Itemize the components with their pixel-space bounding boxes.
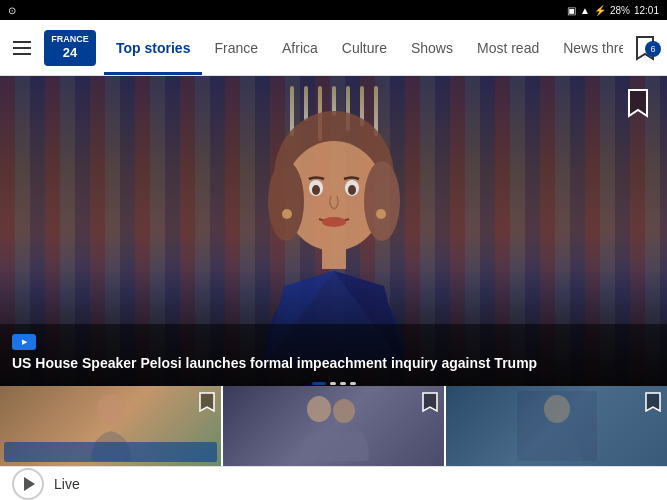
hero-image: US House Speaker Pelosi launches formal … (0, 76, 667, 386)
bookmark-thumb1-icon (199, 392, 215, 412)
thumbnail-2[interactable] (223, 386, 444, 466)
video-camera-icon (12, 334, 36, 350)
logo-line1: FRANCE (51, 34, 89, 44)
status-bar-right: ▣ ▲ ⚡ 28% 12:01 (567, 5, 659, 16)
svg-point-10 (282, 209, 292, 219)
svg-point-11 (376, 209, 386, 219)
navigation-tabs: Top stories France Africa Culture Shows … (104, 20, 623, 75)
play-icon (24, 477, 35, 491)
svg-point-14 (333, 399, 355, 423)
svg-point-6 (312, 185, 320, 195)
bottom-bar: Live (0, 466, 667, 500)
tab-culture[interactable]: Culture (330, 20, 399, 75)
tab-most-read[interactable]: Most read (465, 20, 551, 75)
bookmark-hero-icon (627, 88, 649, 118)
thumbnail-3[interactable] (446, 386, 667, 466)
thumb3-image (517, 391, 597, 461)
thumbnail-row (0, 386, 667, 466)
thumb1-overlay (4, 442, 217, 462)
thumb3-bookmark[interactable] (645, 392, 661, 416)
thumb2-image (294, 391, 374, 461)
bookmark-thumb2-icon (422, 392, 438, 412)
svg-point-12 (97, 394, 125, 424)
tab-news-thread[interactable]: News thread (551, 20, 623, 75)
hero-bookmark-button[interactable] (627, 88, 655, 124)
time-text: 12:01 (634, 5, 659, 16)
battery-text: 28% (610, 5, 630, 16)
dot-1 (312, 382, 326, 385)
dot-2 (330, 382, 336, 385)
bookmark-thumb3-icon (645, 392, 661, 412)
hero-headline-area: US House Speaker Pelosi launches formal … (0, 324, 667, 386)
bookmark-badge: 6 (645, 41, 661, 57)
status-bar: ⊙ ▣ ▲ ⚡ 28% 12:01 (0, 0, 667, 20)
tab-africa[interactable]: Africa (270, 20, 330, 75)
svg-point-7 (348, 185, 356, 195)
hamburger-button[interactable] (0, 41, 44, 55)
tab-top-stories[interactable]: Top stories (104, 20, 202, 75)
header-bookmark[interactable]: 6 (623, 35, 667, 61)
live-play-button[interactable] (12, 468, 44, 500)
tab-france[interactable]: France (202, 20, 270, 75)
header: FRANCE 24 Top stories France Africa Cult… (0, 20, 667, 76)
charging-icon: ⚡ (594, 5, 606, 16)
dot-3 (340, 382, 346, 385)
thumbnail-1[interactable] (0, 386, 221, 466)
svg-point-13 (307, 396, 331, 422)
svg-point-2 (268, 161, 304, 241)
hero-headline-text: US House Speaker Pelosi launches formal … (12, 354, 655, 374)
france24-logo[interactable]: FRANCE 24 (44, 30, 96, 66)
hamburger-icon (13, 41, 31, 55)
status-bar-left: ⊙ (8, 5, 16, 16)
svg-point-8 (322, 217, 346, 227)
thumb1-bookmark[interactable] (199, 392, 215, 416)
live-label: Live (54, 476, 80, 492)
logo-line2: 24 (51, 45, 89, 61)
svg-rect-16 (517, 391, 597, 461)
settings-icon: ⊙ (8, 5, 16, 16)
slide-dots (312, 382, 356, 385)
wifi-icon: ▲ (580, 5, 590, 16)
sim-icon: ▣ (567, 5, 576, 16)
tab-shows[interactable]: Shows (399, 20, 465, 75)
dot-4 (350, 382, 356, 385)
svg-point-3 (364, 161, 400, 241)
thumb2-bookmark[interactable] (422, 392, 438, 416)
